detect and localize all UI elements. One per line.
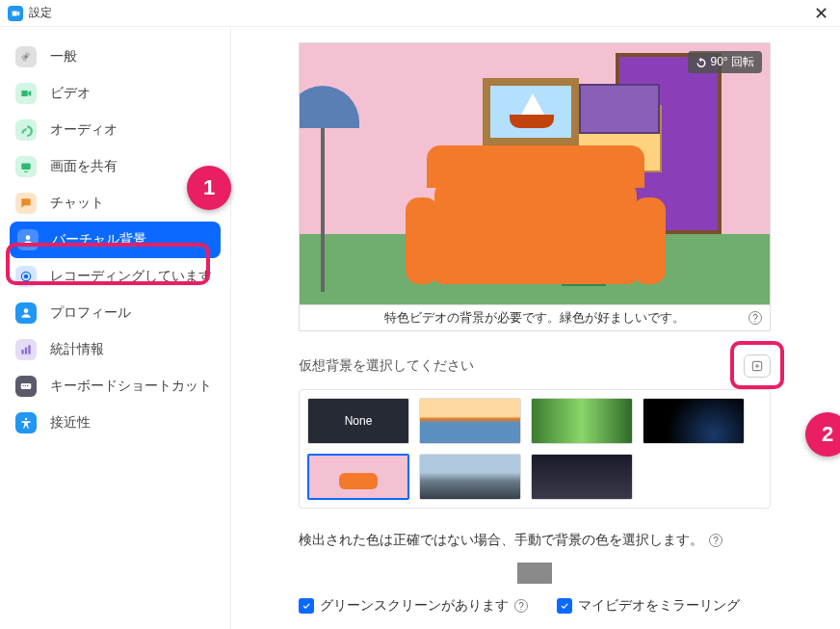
audio-icon bbox=[15, 119, 37, 141]
bg-thumb-city1[interactable] bbox=[419, 454, 521, 500]
help-icon[interactable]: ? bbox=[514, 599, 528, 613]
mirror-checkbox[interactable]: マイビデオをミラーリング bbox=[557, 597, 740, 615]
bg-thumb-bridge[interactable] bbox=[419, 398, 521, 444]
checkbox-checked-icon bbox=[299, 598, 314, 614]
sidebar-item-label: プロフィール bbox=[50, 304, 131, 322]
window-title: 設定 bbox=[29, 5, 52, 21]
share-icon bbox=[15, 156, 37, 177]
sidebar-item-label: ビデオ bbox=[50, 85, 91, 102]
bg-thumb-grass[interactable] bbox=[531, 398, 633, 444]
help-icon[interactable]: ? bbox=[748, 311, 762, 325]
svg-rect-11 bbox=[25, 385, 26, 386]
sidebar-item-label: 接近性 bbox=[50, 414, 91, 432]
gear-icon bbox=[15, 46, 37, 67]
preview-caption: 特色ビデオの背景が必要です。緑色が好ましいです。 ? bbox=[300, 304, 770, 330]
checkbox-label: グリーンスクリーンがあります bbox=[320, 597, 509, 615]
detected-color-swatch[interactable] bbox=[517, 563, 552, 584]
video-preview: 90° 回転 特色ビデオの背景が必要です。緑色が好ましいです。 ? bbox=[299, 42, 771, 331]
virtual-background-panel: 90° 回転 特色ビデオの背景が必要です。緑色が好ましいです。 ? 仮想背景を選… bbox=[231, 27, 840, 629]
rotate-label: 90° 回転 bbox=[711, 54, 754, 70]
thumb-label: None bbox=[345, 414, 373, 428]
bg-thumb-earth[interactable] bbox=[643, 398, 745, 444]
bg-thumb-none[interactable]: None bbox=[307, 398, 409, 444]
rotate-button[interactable]: 90° 回転 bbox=[688, 51, 762, 73]
svg-point-5 bbox=[24, 308, 29, 313]
close-icon[interactable]: ✕ bbox=[810, 3, 832, 24]
greenscreen-checkbox[interactable]: グリーンスクリーンがあります ? bbox=[299, 597, 528, 615]
sidebar-item-label: キーボードショートカット bbox=[50, 378, 212, 395]
accessibility-icon bbox=[15, 412, 37, 433]
color-detect-text: 検出された色は正確ではない場合、手動で背景の色を選択します。 bbox=[299, 532, 703, 549]
svg-rect-1 bbox=[21, 164, 30, 170]
preview-caption-text: 特色ビデオの背景が必要です。緑色が好ましいです。 bbox=[384, 310, 685, 325]
sidebar-item-label: 一般 bbox=[50, 48, 77, 66]
annotation-ring-1 bbox=[6, 243, 210, 285]
background-thumbnails: None bbox=[299, 389, 771, 509]
sidebar-item-stats[interactable]: 統計情報 bbox=[0, 331, 230, 368]
checkbox-checked-icon bbox=[557, 598, 572, 614]
rotate-icon bbox=[696, 57, 707, 68]
sidebar-item-profile[interactable]: プロフィール bbox=[0, 295, 230, 331]
svg-point-2 bbox=[26, 235, 31, 240]
keyboard-icon bbox=[15, 376, 37, 397]
sidebar-item-label: 画面を共有 bbox=[50, 158, 118, 175]
sidebar-item-audio[interactable]: オーディオ bbox=[0, 112, 230, 148]
svg-rect-12 bbox=[27, 385, 28, 386]
titlebar: 設定 ✕ bbox=[0, 0, 840, 27]
select-bg-label: 仮想背景を選択してください bbox=[299, 357, 474, 375]
svg-point-13 bbox=[25, 418, 27, 420]
profile-icon bbox=[15, 302, 37, 324]
sidebar-item-video[interactable]: ビデオ bbox=[0, 75, 230, 112]
bg-thumb-room[interactable] bbox=[307, 454, 409, 500]
sidebar-item-label: チャット bbox=[50, 195, 104, 212]
chat-icon bbox=[15, 193, 37, 214]
sidebar-item-accessibility[interactable]: 接近性 bbox=[0, 405, 230, 441]
app-icon bbox=[8, 6, 23, 21]
sidebar-item-general[interactable]: 一般 bbox=[0, 39, 230, 75]
annotation-marker-2: 2 bbox=[805, 412, 840, 457]
stats-icon bbox=[15, 339, 37, 360]
svg-rect-6 bbox=[21, 350, 23, 354]
checkbox-label: マイビデオをミラーリング bbox=[578, 597, 740, 615]
annotation-marker-1: 1 bbox=[187, 166, 231, 210]
sidebar-item-label: オーディオ bbox=[50, 121, 118, 139]
annotation-ring-2 bbox=[730, 341, 784, 389]
sidebar-item-label: 統計情報 bbox=[50, 341, 104, 358]
svg-rect-7 bbox=[25, 348, 27, 354]
svg-rect-10 bbox=[23, 385, 24, 386]
svg-rect-8 bbox=[28, 345, 30, 354]
video-icon bbox=[15, 83, 37, 104]
help-icon[interactable]: ? bbox=[709, 534, 722, 547]
settings-sidebar: 一般 ビデオ オーディオ 画面を共有 チャット バーチャル背景 レコーディングし… bbox=[0, 27, 231, 629]
bg-thumb-city2[interactable] bbox=[531, 454, 633, 500]
sidebar-item-keyboard[interactable]: キーボードショートカット bbox=[0, 368, 230, 405]
